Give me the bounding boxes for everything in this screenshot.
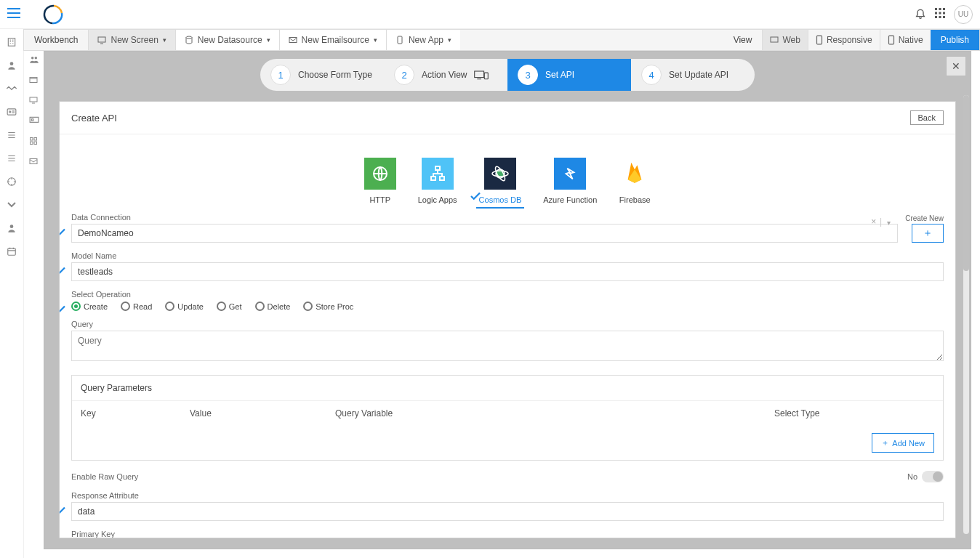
hamburger-icon[interactable] [7, 8, 20, 20]
svg-rect-6 [935, 16, 937, 18]
svg-rect-7 [939, 16, 941, 18]
svg-rect-1 [939, 8, 941, 10]
svg-rect-8 [943, 16, 945, 18]
avatar[interactable]: UU [954, 5, 973, 24]
app-logo [42, 3, 65, 26]
svg-rect-5 [943, 12, 945, 15]
svg-rect-0 [935, 8, 937, 10]
svg-rect-4 [939, 12, 941, 15]
apps-grid-icon[interactable] [935, 8, 945, 20]
avatar-initials: UU [958, 10, 968, 18]
top-header: UU [0, 0, 980, 29]
svg-rect-2 [943, 8, 945, 10]
notifications-icon[interactable] [915, 7, 926, 21]
svg-rect-3 [935, 12, 937, 15]
